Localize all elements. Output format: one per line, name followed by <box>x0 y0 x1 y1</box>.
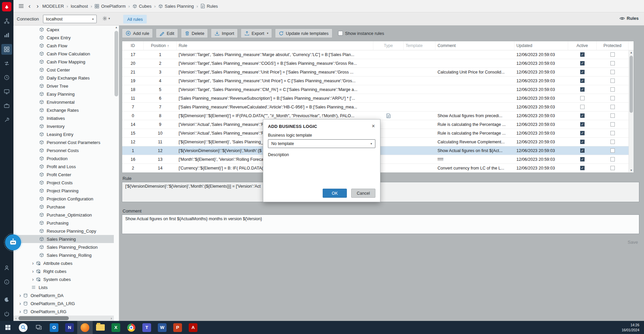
theme-icon[interactable] <box>1 294 12 305</box>
active-checkbox[interactable]: ✓ <box>580 140 585 144</box>
show-instance-rules-checkbox[interactable] <box>338 31 343 36</box>
taskbar-app-powerpoint[interactable]: P <box>170 321 185 334</box>
tree-item-daily-exchange-rates[interactable]: Daily Exchange Rates <box>13 74 114 82</box>
tree-item-capex-entry[interactable]: Capex Entry <box>13 34 114 42</box>
taskbar-clock[interactable]: 14:26 16/01/2024 <box>622 323 644 332</box>
table-row[interactable]: 77['Sales Planning_measure':'RevenueCalc… <box>122 103 634 111</box>
tree-item-project-costs[interactable]: Project Costs <box>13 179 114 187</box>
breadcrumb-item-sales-planning[interactable]: Sales Planning <box>158 4 195 9</box>
column-header-template[interactable]: Template <box>404 41 435 50</box>
column-header-rule[interactable]: Rule <box>177 41 373 50</box>
protected-checkbox[interactable] <box>610 70 615 74</box>
connection-select[interactable]: localhost ▾ <box>43 15 97 23</box>
column-header-id[interactable]: ID <box>122 41 144 50</box>
expand-arrow-icon[interactable]: › <box>30 277 36 282</box>
tree-item-sales-planning-prediction[interactable]: Sales Planning_Prediction <box>13 243 114 251</box>
scheduler-icon[interactable] <box>1 72 12 83</box>
connection-settings-button[interactable]: ▾ <box>102 16 110 21</box>
column-header-updated[interactable]: Updated <box>514 41 568 50</box>
protected-checkbox[interactable] <box>610 166 615 170</box>
breadcrumb-item-localhost[interactable]: localhost <box>70 4 89 9</box>
forward-icon[interactable]: › <box>34 2 42 10</box>
scrollbar-thumb[interactable] <box>114 31 118 96</box>
tools-icon[interactable] <box>1 114 12 125</box>
expand-arrow-icon[interactable]: › <box>30 261 36 266</box>
tree-item-projection-configuration[interactable]: Projection Configuration <box>13 195 114 203</box>
tree-item-environmental[interactable]: Environmental <box>13 98 114 106</box>
scroll-up-icon[interactable]: ▲ <box>114 26 119 30</box>
tree-item-cost-center[interactable]: Cost Center <box>13 66 114 74</box>
edit-button[interactable]: Edit <box>156 29 178 38</box>
taskbar-app-firefox[interactable] <box>77 321 93 334</box>
table-vertical-scrollbar[interactable]: ▲ ▼ <box>629 50 634 173</box>
import-button[interactable]: Import <box>211 29 238 38</box>
tree-item-initiatives[interactable]: Initiatives <box>13 114 114 122</box>
hamburger-menu-icon[interactable] <box>17 2 26 10</box>
breadcrumb-item-rules[interactable]: Rules <box>200 4 219 9</box>
breadcrumb-item-modeler[interactable]: MODELER <box>42 4 64 9</box>
tree-item-oneplatform-da-lrg[interactable]: ›OnePlatform_DA_LRG <box>13 299 114 307</box>
active-checkbox[interactable]: ✓ <box>580 52 585 57</box>
active-checkbox[interactable]: ✓ <box>580 157 585 161</box>
active-checkbox[interactable]: ✓ <box>580 148 585 153</box>
marketplace-icon[interactable] <box>1 100 12 111</box>
active-checkbox[interactable]: ✓ <box>580 61 585 65</box>
column-header-protected[interactable]: Protected <box>597 41 629 50</box>
tree-item-lists[interactable]: Lists <box>13 283 114 291</box>
task-view-button[interactable] <box>31 321 46 334</box>
tree-item-attribute-cubes[interactable]: ›Attribute cubes <box>13 259 114 267</box>
protected-checkbox[interactable] <box>610 79 615 83</box>
modeler-icon[interactable] <box>1 44 12 55</box>
back-icon[interactable]: ‹ <box>26 2 34 10</box>
analyzer-icon[interactable] <box>1 30 12 41</box>
tree-item-production[interactable]: Production <box>13 154 114 162</box>
active-checkbox[interactable]: ✓ <box>580 70 585 74</box>
breadcrumb-item-oneplatform[interactable]: OnePlatform <box>94 4 126 9</box>
protected-checkbox[interactable] <box>610 157 615 161</box>
delete-button[interactable]: Delete <box>181 29 208 38</box>
active-checkbox[interactable]: ✓ <box>580 166 585 170</box>
tree-item-capex[interactable]: Capex <box>13 26 114 34</box>
active-checkbox[interactable]: ✓ <box>580 79 585 83</box>
rule-editor[interactable]: ['${VersionDimension}':'${Version}','Mon… <box>122 182 639 202</box>
taskbar-app-onenote[interactable]: N <box>62 321 77 334</box>
tree-item-oneplatform-lrg[interactable]: ›OnePlatform_LRG <box>13 307 114 316</box>
protected-checkbox[interactable] <box>610 131 615 135</box>
export-button[interactable]: Export ▾ <box>241 29 272 38</box>
protected-checkbox[interactable] <box>610 96 615 100</box>
scrollbar-thumb[interactable] <box>18 316 69 320</box>
tab-all-rules[interactable]: All rules <box>123 15 147 23</box>
expand-arrow-icon[interactable]: › <box>17 309 23 314</box>
close-icon[interactable]: ✕ <box>370 123 377 129</box>
comment-editor[interactable]: Show Actual figures on first ${ActualMon… <box>122 214 639 234</box>
protected-checkbox[interactable] <box>610 122 615 127</box>
expand-arrow-icon[interactable]: › <box>17 301 23 306</box>
user-icon[interactable] <box>1 263 12 273</box>
protected-checkbox[interactable] <box>610 140 615 144</box>
scroll-down-icon[interactable]: ▼ <box>629 169 634 172</box>
info-icon[interactable] <box>1 277 12 287</box>
taskbar-app-acrobat[interactable]: A <box>185 321 201 334</box>
protected-checkbox[interactable] <box>610 113 615 118</box>
power-icon[interactable] <box>1 308 12 319</box>
tree-item-cash-flow-mapping[interactable]: Cash Flow Mapping <box>13 58 114 66</box>
tree-item-cash-flow[interactable]: Cash Flow <box>13 42 114 50</box>
column-header-active[interactable]: Active <box>568 41 597 50</box>
protected-checkbox[interactable] <box>610 61 615 65</box>
expand-arrow-icon[interactable]: › <box>17 293 23 298</box>
taskbar-app-word[interactable]: W <box>154 321 170 334</box>
tree-item-personnel-cost-parameters[interactable]: Personnel Cost Parameters <box>13 138 114 146</box>
active-checkbox[interactable]: ✓ <box>580 122 585 127</box>
tree-item-inventory[interactable]: Inventory <box>13 122 114 130</box>
tree-item-purchase-optimization[interactable]: Purchase_Optimization <box>13 211 114 219</box>
breadcrumb-item-cubes[interactable]: Cubes <box>132 4 152 9</box>
taskbar-app-outlook[interactable]: O <box>46 321 62 334</box>
tree-item-system-cubes[interactable]: ›System cubes <box>13 275 114 283</box>
taskbar-app-teams[interactable]: T <box>139 321 154 334</box>
scroll-left-icon[interactable]: ‹ <box>13 316 18 320</box>
table-row[interactable]: 185['Version':'Target', 'Sales Planning_… <box>122 85 634 94</box>
cancel-button[interactable]: Cancel <box>351 189 375 198</box>
add-rule-button[interactable]: Add rule <box>122 29 153 38</box>
scrollbar-thumb[interactable] <box>630 56 633 113</box>
active-checkbox[interactable] <box>580 96 585 100</box>
